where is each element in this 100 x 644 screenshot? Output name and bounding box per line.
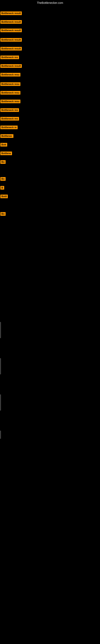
bottleneck-badge: Bottleneck res [0, 108, 19, 112]
bottleneck-badge: Bottleneck result [0, 38, 22, 42]
bottleneck-badge: Bottleneck resu [0, 73, 20, 76]
bottleneck-badge: Bottleneck result [0, 20, 22, 24]
bottleneck-badge: Bottleneck re [0, 126, 18, 129]
bottleneck-badge: Bottlene [0, 152, 12, 155]
site-title: TheBottlenecker.com [0, 0, 100, 6]
bottleneck-badge: Bottleneck result [0, 12, 22, 15]
vertical-bar [0, 322, 1, 338]
bottleneck-badge: Bottleneck res [0, 56, 19, 59]
bottleneck-badge: Bottleneck result [0, 28, 22, 32]
vertical-bar [0, 358, 1, 374]
bottleneck-badge: Bottleneck resu [0, 100, 20, 103]
bottleneck-badge: Bottleneck resu [0, 91, 20, 94]
bottleneck-badge: B [0, 186, 4, 190]
bottleneck-badge: Bottl [0, 194, 8, 198]
bottleneck-badge: Bottleneck result [0, 47, 22, 50]
bottleneck-badge: Bott [0, 143, 7, 146]
bottleneck-badge: Bottleneck resu [0, 82, 20, 86]
bottleneck-badge: Bottlenec [0, 134, 13, 138]
bottleneck-badge: Bottleneck result [0, 64, 22, 68]
bottleneck-badge: Bo [0, 212, 6, 216]
bottleneck-badge: Bo [0, 160, 6, 164]
vertical-bar [0, 394, 1, 410]
bottleneck-badge: Bo [0, 177, 6, 181]
vertical-bar [0, 435, 1, 439]
bottleneck-badge: Bottleneck res [0, 117, 19, 120]
vertical-bar [0, 431, 1, 435]
